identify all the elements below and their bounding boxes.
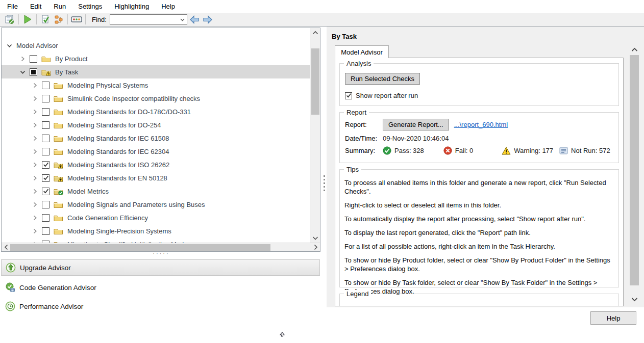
scroll-left-icon[interactable] (3, 243, 10, 251)
find-next-icon[interactable] (202, 14, 214, 25)
check-model-icon[interactable] (39, 13, 52, 25)
analysis-groupbox-title: Analysis (344, 60, 374, 67)
tree-item[interactable]: Modeling Standards for ISO 26262 (2, 158, 310, 171)
tree-item-checkbox[interactable] (42, 148, 49, 155)
menu-item-file[interactable]: File (1, 1, 24, 12)
chevron-down-icon[interactable] (19, 68, 26, 75)
folder-warning-icon (54, 161, 63, 169)
chevron-down-icon[interactable] (6, 42, 13, 49)
menu-item-settings[interactable]: Settings (72, 1, 108, 12)
tree-item[interactable]: Modeling Standards for DO-254 (2, 118, 310, 131)
report-stack-icon[interactable] (3, 13, 16, 25)
tree-item[interactable]: Model Advisor (2, 39, 310, 52)
tree-item[interactable]: Modeling Signals and Parameters using Bu… (2, 198, 310, 211)
tree-item-checkbox[interactable] (30, 55, 37, 63)
tree-item-checkbox[interactable] (42, 161, 49, 169)
report-link[interactable]: ...\report_690.html (454, 121, 508, 128)
datetime-value: 09-Nov-2020 10:46:04 (383, 135, 449, 142)
scroll-right-icon[interactable] (312, 243, 319, 251)
menu-item-highlighting[interactable]: Highlighting (108, 1, 155, 12)
scroll-up-icon[interactable] (629, 46, 640, 53)
model-hierarchy-icon[interactable] (52, 13, 65, 25)
chevron-right-icon[interactable] (31, 174, 38, 181)
tree-item-checkbox[interactable] (42, 188, 49, 195)
folder-icon (54, 135, 63, 142)
tree-item-label: Modeling Physical Systems (67, 82, 148, 89)
chevron-right-icon[interactable] (31, 135, 38, 142)
find-previous-icon[interactable] (188, 14, 201, 25)
tree-item[interactable]: Code Generation Efficiency (2, 211, 310, 224)
scrollbar-thumb[interactable] (630, 55, 639, 285)
analysis-groupbox: Analysis Run Selected Checks Show report… (339, 63, 619, 106)
chevron-right-icon[interactable] (31, 108, 38, 115)
tree-item-checkbox[interactable] (42, 135, 49, 142)
vertical-splitter-handle[interactable] (323, 175, 326, 191)
tree-item-checkbox[interactable] (42, 174, 49, 182)
tree-item-label: Model Metrics (67, 188, 109, 195)
chevron-right-icon[interactable] (31, 161, 38, 168)
chevron-right-icon[interactable] (31, 82, 38, 89)
advisor-item-code-generation-advisor[interactable]: Code Generation Advisor (1, 279, 320, 296)
tab-model-advisor[interactable]: Model Advisor (335, 45, 389, 58)
tree-item[interactable]: Model Metrics (2, 184, 310, 198)
tree-item-label: By Task (55, 68, 78, 76)
tree-item-checkbox[interactable] (42, 227, 49, 235)
folder-icon (54, 148, 63, 155)
chevron-right-icon[interactable] (31, 227, 38, 234)
tip-text: To show or hide By Task folder, select o… (343, 278, 613, 296)
chevron-right-icon[interactable] (31, 214, 38, 221)
highlighting-toolbar-icon[interactable] (70, 13, 83, 25)
chevron-right-icon[interactable] (31, 95, 38, 102)
tree-item-checkbox[interactable] (42, 201, 49, 208)
chevron-right-icon[interactable] (31, 121, 38, 128)
tree-item-label: Modeling Single-Precision Systems (67, 227, 171, 235)
chevron-right-icon[interactable] (31, 188, 38, 195)
scroll-up-icon[interactable] (310, 29, 320, 36)
summary-label: Summary: (345, 147, 383, 154)
menu-item-help[interactable]: Help (155, 1, 181, 12)
model-advisor-window: FileEditRunSettingsHighlightingHelp (0, 0, 644, 343)
find-combobox[interactable] (110, 14, 187, 25)
advisor-item-upgrade-advisor[interactable]: Upgrade Advisor (1, 259, 320, 276)
tree-item-label: By Product (55, 55, 88, 63)
tip-text: To display the last report generated, cl… (343, 228, 613, 237)
tree-item[interactable]: Simulink Code Inspector compatibility ch… (2, 92, 310, 105)
tree-item-checkbox[interactable] (42, 82, 49, 89)
warning-count: Warning: 177 (514, 147, 553, 154)
detail-vertical-scrollbar[interactable] (629, 45, 640, 306)
tree-item-checkbox[interactable] (42, 108, 49, 116)
menu-item-edit[interactable]: Edit (24, 1, 47, 12)
horizontal-splitter-handle[interactable]: ····· (151, 252, 171, 256)
advisor-item-performance-advisor[interactable]: Performance Advisor (1, 298, 320, 314)
run-selected-checks-button[interactable]: Run Selected Checks (345, 73, 420, 85)
find-input[interactable] (110, 15, 177, 24)
help-button[interactable]: Help (590, 311, 636, 325)
chevron-right-icon[interactable] (31, 201, 38, 208)
tree-item[interactable]: Modeling Standards for IEC 62304 (2, 145, 310, 158)
tree-item[interactable]: Modeling Standards for IEC 61508 (2, 131, 310, 145)
tree-item-checkbox[interactable] (42, 214, 49, 222)
tree-item[interactable]: Modeling Single-Precision Systems (2, 224, 310, 238)
scrollbar-thumb[interactable] (10, 244, 270, 251)
show-report-checkbox[interactable] (345, 92, 352, 99)
generate-report-button[interactable]: Generate Report... (383, 119, 449, 130)
tip-text: Right-click to select or deselect all it… (343, 201, 613, 209)
scroll-down-icon[interactable] (629, 296, 640, 303)
chevron-right-icon[interactable] (31, 148, 38, 155)
tree-vertical-scrollbar[interactable] (310, 28, 320, 243)
scroll-down-icon[interactable] (310, 234, 320, 242)
tree-item-checkbox[interactable] (42, 95, 49, 102)
tree-item[interactable]: Modeling Standards for EN 50128 (2, 171, 310, 184)
tree-item-checkbox[interactable] (30, 68, 37, 76)
tree-item[interactable]: Modeling Standards for DO-178C/DO-331 (2, 105, 310, 118)
chevron-right-icon[interactable] (19, 55, 26, 62)
tree-item[interactable]: By Product (2, 52, 310, 65)
run-icon[interactable] (21, 13, 34, 25)
chevron-down-icon[interactable] (179, 16, 186, 24)
tree-item[interactable]: Migrating to Simplified Initialization M… (2, 238, 310, 243)
tree-item[interactable]: By Task (2, 65, 310, 78)
tree-item[interactable]: Modeling Physical Systems (2, 78, 310, 92)
scrollbar-thumb[interactable] (311, 48, 319, 115)
menu-item-run[interactable]: Run (47, 1, 72, 12)
tree-item-checkbox[interactable] (42, 121, 49, 129)
